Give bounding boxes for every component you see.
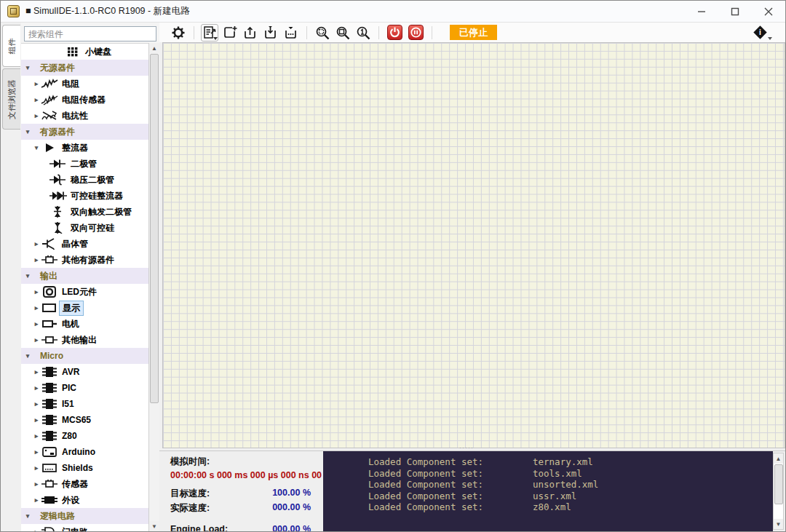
tree-item[interactable]: 二极管 (21, 156, 148, 172)
tree-item[interactable]: ▸门电路 (21, 524, 148, 531)
collapse-arrow-icon[interactable]: ▸ (33, 336, 40, 344)
tree-item[interactable]: ▸AVR (21, 364, 148, 380)
info-button[interactable]: i (753, 25, 772, 40)
tree-category[interactable]: ▾Micro (21, 348, 148, 364)
console-line: Loaded Component set:tools.xml (368, 468, 773, 480)
side-tab-0[interactable]: 组件 (2, 25, 20, 67)
collapse-arrow-icon[interactable]: ▸ (33, 496, 40, 504)
resistor-icon (40, 78, 59, 90)
expand-arrow-icon[interactable]: ▾ (24, 352, 31, 360)
tree-category[interactable]: ▾输出 (21, 268, 148, 284)
scroll-up-icon[interactable]: ▲ (149, 43, 159, 53)
collapse-arrow-icon[interactable]: ▸ (33, 96, 40, 103)
collapse-arrow-icon[interactable]: ▸ (33, 240, 40, 247)
tree-item[interactable]: 稳压二极管 (21, 172, 148, 188)
collapse-arrow-icon[interactable]: ▸ (33, 464, 40, 472)
tree-item[interactable]: ▸晶体管 (21, 236, 148, 252)
gear-icon (171, 25, 186, 40)
tree-category[interactable]: ▾逻辑电路 (21, 508, 148, 524)
collapse-arrow-icon[interactable]: ▸ (33, 80, 40, 87)
tree-scroll-thumb[interactable] (150, 54, 159, 403)
tree-item[interactable]: ▸其他有源器件 (21, 252, 148, 268)
tree-item-label: 外设 (59, 493, 82, 507)
zoom-fit-button[interactable] (314, 24, 331, 41)
expand-arrow-icon[interactable]: ▾ (24, 512, 31, 520)
open-circuit-button[interactable] (242, 24, 259, 41)
tree-item[interactable]: ▸电阻传感器 (21, 92, 148, 108)
side-tab-1[interactable]: 文件浏览器 (2, 68, 20, 130)
ic-plug-icon (40, 478, 59, 490)
file-actions-button[interactable] (201, 24, 218, 41)
tree-item-label: 双向触发二极管 (68, 205, 135, 219)
search-input[interactable] (24, 26, 156, 41)
collapse-arrow-icon[interactable]: ▸ (33, 400, 40, 408)
tree-item[interactable]: ▸MCS65 (21, 412, 148, 428)
new-circuit-button[interactable] (221, 24, 239, 41)
tree-item[interactable]: ▾整流器 (21, 140, 148, 156)
zoom-area-button[interactable] (334, 24, 352, 41)
expand-arrow-icon[interactable]: ▾ (33, 144, 40, 151)
tree-scrollbar[interactable]: ▲ ▼ (148, 43, 159, 531)
tree-item[interactable]: ▸传感器 (21, 476, 148, 492)
collapse-arrow-icon[interactable]: ▸ (33, 368, 40, 376)
expand-arrow-icon[interactable]: ▾ (24, 128, 31, 135)
scroll-up-icon[interactable]: ▲ (774, 453, 783, 464)
collapse-arrow-icon[interactable]: ▸ (33, 320, 40, 327)
expand-arrow-icon[interactable]: ▾ (24, 64, 31, 71)
tree-category[interactable]: ▾无源器件 (21, 60, 148, 76)
collapse-arrow-icon[interactable]: ▸ (33, 304, 40, 311)
scroll-down-icon[interactable]: ▼ (149, 521, 159, 531)
tree-item[interactable]: ▸Arduino (21, 444, 148, 460)
save-circuit-button[interactable] (262, 24, 279, 41)
collapse-arrow-icon[interactable]: ▸ (33, 480, 40, 488)
tree-item[interactable]: ▸显示 (21, 300, 148, 316)
tree-item-label: 电阻传感器 (59, 93, 108, 107)
minimize-button[interactable] (685, 1, 718, 22)
tree-item[interactable]: ▸外设 (21, 492, 148, 508)
pause-sim-button[interactable] (408, 25, 424, 40)
tree-item[interactable]: ▸其他输出 (21, 332, 148, 348)
tree-item-label: 电阻 (59, 77, 82, 91)
splitter-handle[interactable]: ····· (452, 447, 481, 450)
zoom-one-button[interactable] (354, 24, 372, 41)
collapse-arrow-icon[interactable]: ▸ (33, 288, 40, 295)
power-circuit-button[interactable] (387, 25, 402, 40)
collapse-arrow-icon[interactable]: ▸ (33, 256, 40, 263)
tree-item[interactable]: ▸电抗性 (21, 108, 148, 124)
collapse-arrow-icon[interactable]: ▸ (33, 448, 40, 456)
tree-item[interactable]: ▸LED元件 (21, 284, 148, 300)
tree-item[interactable]: ▸Z80 (21, 428, 148, 444)
tree-item-label: Micro (37, 350, 66, 362)
collapse-arrow-icon[interactable]: ▸ (33, 384, 40, 392)
tree-item[interactable]: ▸PIC (21, 380, 148, 396)
scr-icon (49, 190, 68, 202)
maximize-button[interactable] (718, 1, 752, 22)
collapse-arrow-icon[interactable]: ▸ (33, 528, 40, 531)
save-as-button[interactable] (282, 24, 300, 41)
scroll-down-icon[interactable]: ▼ (774, 519, 783, 529)
tree-item-label: 无源器件 (37, 61, 78, 75)
stat-row: 目标速度:100.00 % (170, 488, 311, 500)
tree-item[interactable]: ▸Shields (21, 460, 148, 476)
tree-item[interactable]: ▸电机 (21, 316, 148, 332)
console-scroll-thumb[interactable] (774, 464, 783, 504)
expand-arrow-icon[interactable]: ▾ (24, 272, 31, 279)
stat-value: 100.00 % (272, 488, 311, 500)
collapse-arrow-icon[interactable]: ▸ (33, 112, 40, 119)
console-line: Loaded Component set:ussr.xml (368, 491, 773, 502)
close-button[interactable] (752, 1, 785, 22)
tree-item[interactable]: 双向触发二极管 (21, 204, 148, 220)
circuit-canvas[interactable] (162, 42, 785, 448)
tree-item[interactable]: 小键盘 (21, 44, 148, 60)
collapse-arrow-icon[interactable]: ▸ (33, 416, 40, 424)
tree-item[interactable]: ▸I51 (21, 396, 148, 412)
settings-button[interactable] (170, 24, 187, 41)
collapse-arrow-icon[interactable]: ▸ (33, 432, 40, 440)
console-scrollbar[interactable]: ▲ ▼ (773, 453, 784, 530)
toolbar-separator (306, 26, 307, 39)
tree-item[interactable]: 可控硅整流器 (21, 188, 148, 204)
pause-icon (410, 26, 422, 39)
tree-category[interactable]: ▾有源器件 (21, 124, 148, 140)
tree-item[interactable]: 双向可控硅 (21, 220, 148, 236)
tree-item[interactable]: ▸电阻 (21, 76, 148, 92)
